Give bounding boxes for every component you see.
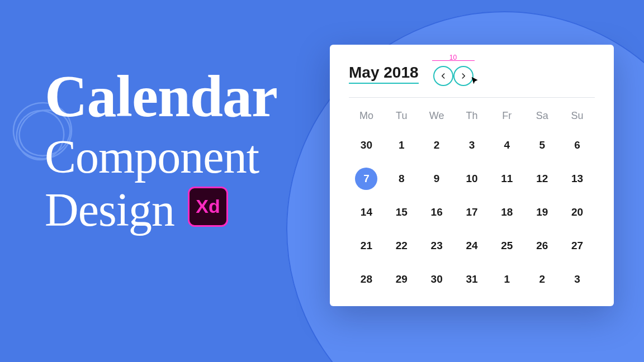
weekday-label: We [419, 110, 454, 122]
weekday-label: Th [454, 110, 490, 122]
adobe-xd-badge-icon: Xd [188, 187, 228, 227]
title-line-2: Component [45, 130, 277, 184]
calendar-day-cell[interactable]: 31 [454, 269, 490, 289]
title-line-3: Design [45, 183, 174, 237]
calendar-days-grid: 3012345678910111213141516171819202122232… [349, 135, 595, 289]
weekday-label: Sa [524, 110, 560, 122]
calendar-day-cell[interactable]: 21 [349, 236, 384, 256]
calendar-day-cell[interactable]: 11 [489, 169, 524, 189]
title-line-1: Calendar [45, 63, 277, 131]
calendar-header: May 2018 10 [349, 61, 595, 98]
calendar-day-cell[interactable]: 30 [419, 269, 454, 289]
calendar-day-cell[interactable]: 22 [384, 236, 419, 256]
next-month-button[interactable] [453, 66, 473, 86]
weekday-label: Fr [489, 110, 524, 122]
calendar-day-cell[interactable]: 17 [454, 202, 490, 222]
calendar-day-cell[interactable]: 1 [384, 135, 419, 155]
weekday-label: Tu [384, 110, 419, 122]
calendar-day-cell[interactable]: 15 [384, 202, 419, 222]
weekday-label: Su [560, 110, 595, 122]
calendar-day-cell[interactable]: 18 [489, 202, 524, 222]
calendar-day-cell[interactable]: 2 [419, 135, 454, 155]
calendar-day-cell[interactable]: 14 [349, 202, 384, 222]
calendar-day-cell[interactable]: 12 [524, 169, 560, 189]
calendar-day-cell[interactable]: 8 [384, 169, 419, 189]
chevron-right-icon [460, 72, 467, 80]
calendar-day-cell[interactable]: 5 [524, 135, 560, 155]
calendar-day-cell[interactable]: 16 [419, 202, 454, 222]
calendar-day-cell[interactable]: 26 [524, 236, 560, 256]
calendar-day-cell[interactable]: 28 [349, 269, 384, 289]
calendar-day-cell[interactable]: 23 [419, 236, 454, 256]
chevron-left-icon [439, 72, 447, 80]
weekday-label: Mo [349, 110, 384, 122]
calendar-day-cell[interactable]: 20 [560, 202, 595, 222]
calendar-day-cell[interactable]: 19 [524, 202, 560, 222]
calendar-day-cell[interactable]: 3 [454, 135, 490, 155]
calendar-day-cell[interactable]: 13 [560, 169, 595, 189]
prev-month-button[interactable] [433, 66, 453, 86]
weekday-header-row: Mo Tu We Th Fr Sa Su [349, 110, 595, 122]
calendar-day-cell[interactable]: 10 [454, 169, 490, 189]
calendar-day-cell[interactable]: 29 [384, 269, 419, 289]
calendar-day-cell[interactable]: 1 [489, 269, 524, 289]
calendar-day-cell[interactable]: 25 [489, 236, 524, 256]
calendar-day-cell[interactable]: 3 [560, 269, 595, 289]
calendar-month-label[interactable]: May 2018 [349, 64, 419, 84]
calendar-day-cell[interactable]: 7 [349, 169, 384, 189]
calendar-day-cell[interactable]: 6 [560, 135, 595, 155]
calendar-day-cell[interactable]: 27 [560, 236, 595, 256]
calendar-nav-group: 10 [433, 61, 473, 86]
calendar-day-cell[interactable]: 30 [349, 135, 384, 155]
page-title-block: Calendar Component Design Xd [45, 63, 277, 237]
calendar-day-cell[interactable]: 24 [454, 236, 490, 256]
calendar-day-cell[interactable]: 2 [524, 269, 560, 289]
spacing-measure-line [432, 60, 475, 61]
calendar-day-cell[interactable]: 9 [419, 169, 454, 189]
calendar-day-cell[interactable]: 4 [489, 135, 524, 155]
calendar-card: May 2018 10 Mo Tu We Th Fr Sa Su [330, 45, 614, 306]
